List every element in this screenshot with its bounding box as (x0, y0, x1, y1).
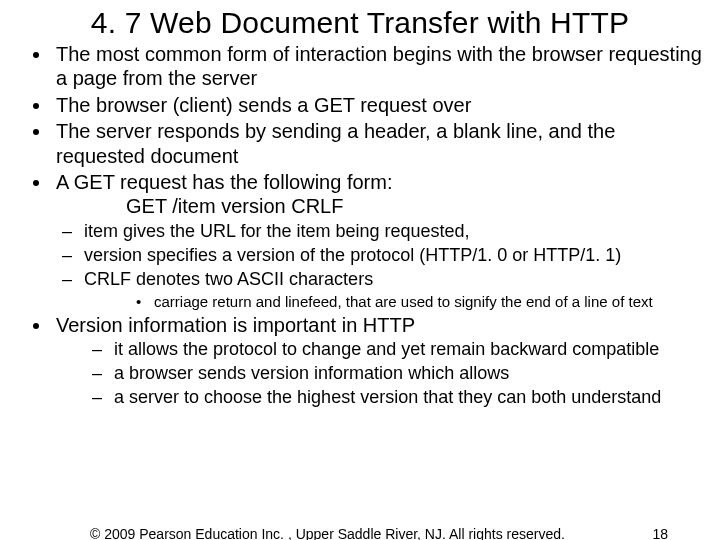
bullet-item: The browser (client) sends a GET request… (52, 93, 704, 117)
sub-sub-bullet-item: carriage return and linefeed, that are u… (136, 293, 704, 311)
bullet-item: The most common form of interaction begi… (52, 42, 704, 91)
sub-bullet-list: item gives the URL for the item being re… (26, 221, 704, 311)
sub-sub-bullet-list: carriage return and linefeed, that are u… (84, 293, 704, 311)
copyright-text: © 2009 Pearson Education Inc. , Upper Sa… (90, 526, 565, 540)
slide-title: 4. 7 Web Document Transfer with HTTP (0, 0, 720, 42)
bullet-list: The most common form of interaction begi… (26, 42, 704, 219)
bullet-text: Version information is important in HTTP (56, 314, 415, 336)
bullet-item: Version information is important in HTTP… (52, 313, 704, 409)
bullet-item: A GET request has the following form: GE… (52, 170, 704, 219)
sub-bullet-item: version specifies a version of the proto… (62, 245, 704, 267)
sub-bullet-item: item gives the URL for the item being re… (62, 221, 704, 243)
sub-bullet-item: a browser sends version information whic… (92, 363, 704, 385)
sub-bullet-list: it allows the protocol to change and yet… (56, 339, 704, 409)
code-line: GET /item version CRLF (56, 194, 704, 218)
sub-bullet-item: a server to choose the highest version t… (92, 387, 704, 409)
slide-body: The most common form of interaction begi… (0, 42, 720, 409)
bullet-text: A GET request has the following form: (56, 171, 392, 193)
bullet-list: Version information is important in HTTP… (26, 313, 704, 409)
sub-bullet-text: CRLF denotes two ASCII characters (84, 269, 373, 289)
sub-bullet-item: it allows the protocol to change and yet… (92, 339, 704, 361)
slide: 4. 7 Web Document Transfer with HTTP The… (0, 0, 720, 540)
bullet-item: The server responds by sending a header,… (52, 119, 704, 168)
sub-bullet-item: CRLF denotes two ASCII characters carria… (62, 269, 704, 311)
page-number: 18 (652, 526, 668, 540)
